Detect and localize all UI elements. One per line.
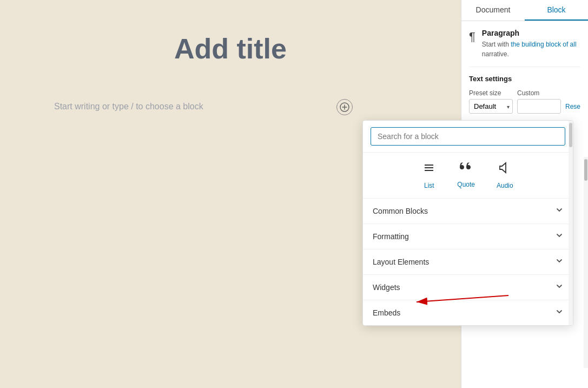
editor-title[interactable]: Add title: [174, 32, 287, 65]
tab-block[interactable]: Block: [525, 0, 588, 21]
panel-content: ¶ Paragraph Start with the building bloc…: [461, 21, 588, 121]
category-widgets-label: Widgets: [373, 283, 400, 292]
category-embeds[interactable]: Embeds: [363, 300, 573, 325]
popup-scrollbar[interactable]: [569, 121, 573, 325]
search-box: [363, 121, 573, 153]
editor-placeholder: Start writing or type / to choose a bloc…: [54, 102, 203, 111]
preset-select[interactable]: Default: [469, 99, 513, 114]
preset-select-wrapper: Default ▾: [469, 99, 513, 114]
panel-scrollbar[interactable]: [584, 157, 588, 368]
quote-label: Quote: [457, 181, 475, 188]
text-settings-title: Text settings: [469, 75, 580, 83]
paragraph-block-info: ¶ Paragraph Start with the building bloc…: [469, 29, 580, 67]
audio-icon: [499, 161, 511, 177]
audio-label: Audio: [497, 182, 513, 189]
paragraph-text: Paragraph Start with the building block …: [482, 29, 580, 59]
category-common-blocks-chevron: [556, 206, 563, 216]
category-embeds-chevron: [556, 308, 563, 318]
quick-item-quote[interactable]: Quote: [457, 161, 475, 189]
tab-document-label: Document: [476, 5, 511, 14]
quick-item-list[interactable]: List: [422, 161, 435, 189]
reset-button[interactable]: Rese: [565, 103, 580, 110]
paragraph-icon: ¶: [469, 30, 475, 59]
settings-row: Preset size Default ▾ Custom Rese: [469, 89, 580, 114]
quick-item-audio[interactable]: Audio: [497, 161, 513, 189]
add-block-button[interactable]: [336, 99, 353, 115]
paragraph-title: Paragraph: [482, 29, 580, 37]
category-embeds-label: Embeds: [373, 308, 400, 317]
category-layout-elements-chevron: [556, 257, 563, 267]
search-input[interactable]: [371, 127, 565, 146]
category-layout-elements[interactable]: Layout Elements: [363, 249, 573, 275]
list-label: List: [424, 182, 434, 189]
category-formatting-label: Formatting: [373, 232, 409, 241]
para-desc-start: Start with: [482, 41, 511, 48]
custom-label: Custom: [517, 89, 561, 97]
paragraph-description: Start with the building block of all nar…: [482, 40, 580, 59]
block-inserter-popup: List Quote Audio: [362, 120, 573, 326]
category-layout-elements-label: Layout Elements: [373, 258, 429, 266]
category-common-blocks[interactable]: Common Blocks: [363, 199, 573, 224]
preset-label: Preset size: [469, 89, 513, 97]
quick-icons-row: List Quote Audio: [363, 153, 573, 199]
categories-list: Common Blocks Formatting Layout Elements…: [363, 199, 573, 325]
editor-area: Add title Start writing or type / to cho…: [0, 0, 461, 388]
para-desc-link: the building block of all: [511, 41, 576, 48]
category-widgets-chevron: [556, 282, 563, 292]
para-desc-end: narrative.: [482, 50, 509, 58]
category-common-blocks-label: Common Blocks: [373, 207, 428, 215]
panel-scrollbar-thumb: [584, 159, 587, 181]
custom-group: Custom: [517, 89, 561, 114]
tab-block-label: Block: [547, 5, 565, 14]
category-widgets[interactable]: Widgets: [363, 275, 573, 300]
popup-scrollbar-thumb: [569, 123, 572, 147]
category-formatting-chevron: [556, 232, 563, 241]
category-formatting[interactable]: Formatting: [363, 224, 573, 249]
tab-document[interactable]: Document: [461, 0, 525, 21]
panel-tabs: Document Block: [461, 0, 588, 21]
preset-group: Preset size Default ▾: [469, 89, 513, 114]
custom-input[interactable]: [517, 99, 561, 114]
quote-icon: [459, 161, 473, 176]
list-icon: [422, 161, 435, 177]
